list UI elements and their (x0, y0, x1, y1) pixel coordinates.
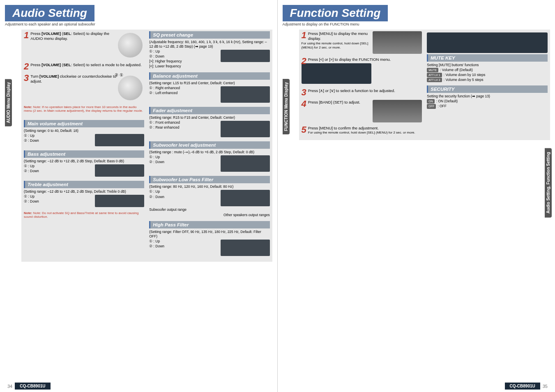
page-35: Function Setting Adjustment to display o… (278, 0, 555, 392)
sublpf-image (221, 190, 270, 206)
right-col-left-page: SQ preset change (Adjustable frequency: … (147, 30, 272, 262)
step-num-1: 1 (24, 31, 29, 39)
function-options-col: MUTE KEY Setting [MUTE] buttons' functio… (424, 30, 550, 140)
subwoofer-body: (Setting range : mute (–∞),–6 dB to +6 d… (149, 150, 269, 173)
treble-image (95, 195, 144, 207)
att-lv1-icon: ATT LV 1 (427, 73, 442, 77)
function-screen-image (302, 63, 371, 84)
treble-note: Note: Note: Do not activate SQ and Bass/… (24, 211, 144, 219)
security-body: Setting the security function (➡ page 13… (427, 94, 548, 108)
att-lv2-icon: ATT LV 2 (427, 78, 442, 82)
fstep-5: 5 Press [MENU] to confirm the adjustment… (302, 126, 422, 135)
side-tab-container: AUDIO Menu Display (5, 30, 21, 262)
volume-dial-image-2: ② ① (118, 76, 143, 100)
treble-body: (Setting range: –12 dB to +12 dB, 2 dB S… (24, 189, 144, 208)
side-tab-container-right: FUNCTION Menu Display (283, 30, 299, 140)
main-volume-image (95, 134, 144, 146)
model-right: CQ-CB8901U (505, 383, 540, 390)
page-num-34: 34 (7, 384, 12, 389)
balance-image (221, 86, 270, 103)
main-volume-header: Main volume adjustment (24, 120, 144, 127)
main-volume-body: (Setting range: 0 to 40, Default: 18) ① … (24, 129, 144, 147)
fstep-1: 1 Press [MENU] to display the menu displ… (302, 31, 422, 54)
mute-header: MUTE KEY (427, 54, 548, 62)
footer-left: 34 CQ-CB8901U (0, 383, 277, 390)
subwoofer-image (221, 155, 270, 172)
side-tab-function: FUNCTION Menu Display (283, 79, 290, 134)
fader-image (221, 121, 270, 137)
footer-right: CQ-CB8901U 35 (278, 383, 555, 390)
subtitle-left: Adjustment to each speaker and an option… (5, 22, 272, 26)
fstep-4: 4 Press [BAND] (SET) to adjust. (302, 100, 422, 122)
hpf-header: High Pass Filter (149, 221, 269, 228)
fstep-2: 2 Press [<] or [>] to display the FUNCTI… (302, 57, 422, 85)
right-side-tab: Audio Setting, Function Setting (545, 148, 552, 217)
sq-image (221, 50, 270, 62)
sq-body: (Adjustable frequency: 60, 160, 400, 1 k… (149, 40, 269, 69)
on-icon: ON (427, 99, 435, 104)
step-num-2: 2 (24, 62, 29, 71)
volume-dial-image-1 (118, 33, 143, 58)
function-steps-col: 1 Press [MENU] to display the menu displ… (299, 30, 425, 140)
balance-header: Balance adjustment (149, 72, 269, 80)
steps-column: 1 Press [VOLUME] (SEL: Select) to displa… (21, 30, 147, 262)
device-image-1 (373, 31, 422, 54)
hpf-image (221, 240, 270, 256)
step-num-3: 3 (24, 74, 29, 82)
device-image-2 (373, 100, 422, 122)
side-tab-audio: AUDIO Menu Display (5, 79, 12, 126)
hpf-body: (Setting range: Filter OFF, 90 Hz, 135 H… (149, 230, 269, 257)
subtitle-right: Adjustment to display on the FUNCTION me… (283, 22, 550, 26)
step-1: 1 Press [VOLUME] (SEL: Select) to displa… (24, 31, 144, 59)
page-title-right: Function Setting (283, 5, 388, 21)
treble-header: Treble adjustment (24, 181, 144, 188)
sq-header: SQ preset change (149, 31, 269, 39)
security-header: SECURITY (427, 85, 548, 93)
step-2: 2 Press [VOLUME] (SEL: Select) to select… (24, 62, 144, 71)
note-steps: Note: Note: If no operation takes place … (24, 105, 144, 113)
step-3: 3 ② ① Turn [VOLUME] clockwise or counter… (24, 74, 144, 102)
mute-body: Setting [MUTE] buttons' functions MUTE: … (427, 63, 548, 82)
sublpf-header: Subwoofer Low Pass Filter (149, 176, 269, 183)
page-34: Audio Setting Adjustment to each speaker… (0, 0, 278, 392)
bass-header: Bass adjustment (24, 150, 144, 158)
bass-body: (Setting range: –12 dB to +12 dB, 2 dB S… (24, 159, 144, 178)
fader-header: Fader adjustment (149, 107, 269, 114)
fstep-3: 3 Press [∧] or [∨] to select a function … (302, 88, 422, 97)
model-left: CQ-CB8901U (15, 383, 50, 390)
page-title-left: Audio Setting (5, 5, 94, 21)
balance-body: (Setting range: L15 to R15 and Center, D… (149, 81, 269, 104)
page-num-35: 35 (543, 384, 548, 389)
sublpf-body: (Setting range: 80 Hz, 120 Hz, 160 Hz, D… (149, 184, 269, 217)
function-menu-screen (427, 32, 548, 53)
bass-image (95, 164, 144, 177)
off-icon: OFF (427, 104, 436, 108)
fader-body: (Setting range: R15 to F15 and Center, D… (149, 115, 269, 138)
subwoofer-header: Subwoofer level adjustment (149, 141, 269, 149)
mute-icon: MUTE (427, 68, 438, 72)
